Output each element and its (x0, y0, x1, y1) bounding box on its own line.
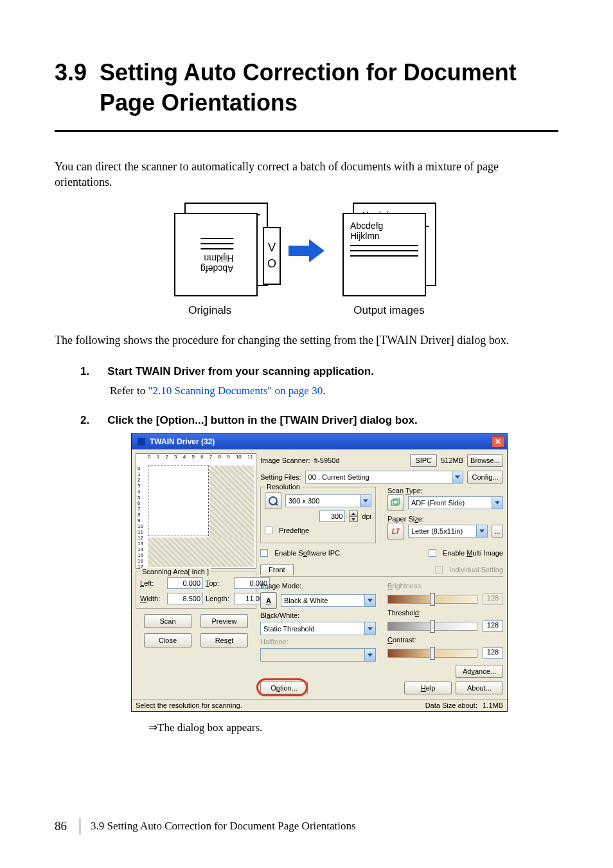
rl15: 15 (138, 552, 147, 558)
originals-stack: Abcdefg Hijklmn (174, 203, 271, 299)
contrast-value[interactable]: 128 (483, 647, 503, 659)
paper-size-more-button[interactable]: ... (492, 525, 503, 538)
image-scanner-label: Image Scanner: (260, 457, 310, 464)
page-number: 86 (55, 819, 67, 833)
threshold-label: Threshold: (387, 609, 503, 617)
setting-files-combo[interactable]: 00 : Current Setting (305, 471, 463, 484)
svg-line-2 (275, 503, 278, 505)
twain-driver-dialog: TWAIN Driver (32) ✕ 01234567891011 (131, 433, 508, 712)
top-label: Top: (206, 579, 231, 587)
config-button[interactable]: Config... (467, 471, 503, 484)
output-stack: Abcdefg Abcdefg Hijklmn (342, 203, 439, 299)
rl11: 11 (138, 529, 147, 535)
scan-button[interactable]: Scan (144, 614, 191, 628)
outside-region-right (209, 466, 254, 538)
scan-type-label: Scan Type: (387, 487, 503, 494)
threshold-slider[interactable] (387, 622, 477, 631)
step2-number: 2. (80, 414, 89, 427)
rl13: 13 (138, 541, 147, 547)
scanning-area-legend: Scanning Area[ inch ] (140, 568, 211, 575)
rt8: 8 (218, 454, 221, 466)
scan-type-combo[interactable]: ADF (Front Side) (408, 496, 503, 509)
scan-type-icon[interactable] (387, 494, 404, 511)
enable-sipc-checkbox[interactable] (260, 549, 268, 557)
advance-button[interactable]: Advance... (456, 665, 503, 678)
rt7: 7 (209, 454, 212, 466)
rl9: 9 (138, 518, 147, 523)
black-white-combo[interactable]: Static Threshold (260, 622, 376, 635)
left-label: Left: (140, 579, 164, 587)
rl8: 8 (138, 512, 147, 518)
close-button[interactable]: Close (144, 633, 191, 647)
setting-files-label: Setting Files: (260, 473, 301, 481)
left-input[interactable] (167, 577, 203, 589)
preview-canvas[interactable]: 01234567891011 0123456789101112131415161… (136, 453, 256, 569)
status-message: Select the resolution for scanning. (136, 701, 242, 709)
image-mode-value: Black & White (284, 597, 328, 604)
ruler-left: 01234567891011121314151617 (138, 466, 147, 567)
result-text: The dialog box appears. (157, 721, 262, 734)
halftone-label: Halftone: (260, 638, 376, 646)
step1-number: 1. (80, 365, 89, 378)
step1-link[interactable]: "2.10 Scanning Documents" on page 30 (148, 384, 323, 397)
browse-button[interactable]: Browse... (467, 454, 503, 467)
orientation-diagram: Abcdefg Hijklmn V O Ab (55, 203, 558, 299)
help-button[interactable]: Help (404, 682, 452, 694)
procedure-intro: The following shows the procedure for ch… (55, 334, 558, 347)
rl3: 3 (138, 483, 147, 489)
contrast-slider[interactable] (387, 649, 477, 658)
section-number: 3.9 (55, 58, 87, 88)
paper-size-combo[interactable]: Letter (8.5x11in) (408, 525, 488, 538)
section-title: 3.9 Setting Auto Correction for Document… (55, 58, 558, 118)
black-white-value: Static Threshold (263, 625, 314, 633)
rt5: 5 (191, 454, 194, 466)
paper-region[interactable] (148, 466, 209, 536)
close-icon[interactable]: ✕ (492, 436, 504, 448)
threshold-value[interactable]: 128 (483, 620, 503, 632)
front-tab[interactable]: Front (260, 564, 294, 575)
diagram-labels: Originals Output images (55, 304, 558, 317)
window-title: TWAIN Driver (32) (150, 437, 215, 446)
arrow-icon (289, 239, 324, 262)
paper-size-label: Paper Size: (387, 515, 503, 523)
halftone-combo (260, 648, 376, 662)
vo-letter-v: V (268, 241, 276, 255)
image-mode-icon[interactable]: A (260, 592, 277, 609)
preview-button[interactable]: Preview (200, 614, 248, 628)
rt6: 6 (200, 454, 203, 466)
image-mode-label: Image Mode: (260, 582, 376, 590)
rt2: 2 (165, 454, 168, 466)
resolution-preset-combo[interactable]: 300 x 300 (285, 494, 371, 507)
brightness-label: Brightness: (387, 582, 503, 590)
step1-body: Refer to "2.10 Scanning Documents" on pa… (80, 384, 558, 397)
status-bar: Select the resolution for scanning. Data… (132, 699, 507, 711)
length-label: Length: (206, 595, 231, 602)
ruler-top: 01234567891011 (147, 454, 254, 466)
page-footer: 86 3.9 Setting Auto Correction for Docum… (55, 818, 558, 835)
resolution-preset-value: 300 x 300 (289, 497, 319, 505)
rl1: 1 (138, 471, 147, 477)
predefine-label: Predefine (279, 527, 309, 534)
reset-button[interactable]: Reset (200, 633, 248, 647)
resolution-stepper[interactable] (349, 511, 358, 522)
resolution-input[interactable] (319, 511, 345, 522)
rt3: 3 (174, 454, 177, 466)
enable-multi-checkbox[interactable] (429, 549, 436, 557)
rl5: 5 (138, 494, 147, 500)
sipc-button[interactable]: SIPC (410, 454, 437, 467)
option-button[interactable]: Option... (260, 682, 308, 694)
paper-size-icon[interactable]: LT (387, 523, 404, 539)
width-input[interactable] (167, 593, 203, 604)
black-white-label: Black/White: (260, 611, 376, 619)
titlebar[interactable]: TWAIN Driver (32) ✕ (132, 434, 507, 449)
image-mode-combo[interactable]: Black & White (281, 594, 376, 607)
step2-title: Click the [Option...] button in the [TWA… (107, 414, 418, 427)
rl16: 16 (138, 558, 147, 564)
predefine-checkbox[interactable] (265, 527, 272, 534)
dpi-label: dpi (362, 512, 371, 520)
resolution-group: Resolution 300 x 300 (260, 487, 376, 543)
about-button[interactable]: About... (456, 682, 503, 694)
resolution-icon[interactable] (265, 493, 281, 509)
svg-rect-3 (391, 500, 398, 505)
image-scanner-value: fi-5950d (314, 457, 359, 464)
